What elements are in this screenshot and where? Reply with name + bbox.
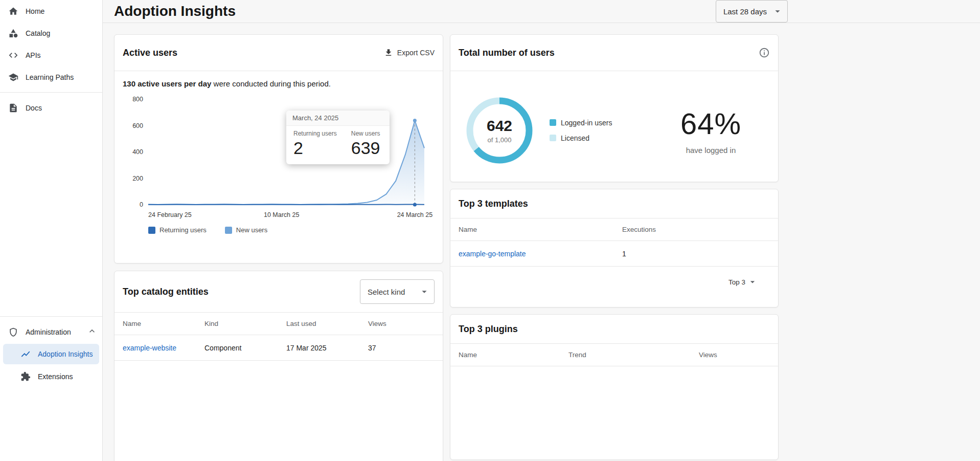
card-title: Top 3 plugins [459, 324, 518, 335]
active-users-card: Active users Export CSV 130 active users… [114, 34, 443, 264]
tooltip-new: New users 639 [351, 130, 380, 158]
tooltip-label: Returning users [293, 130, 337, 137]
code-icon [8, 50, 18, 60]
tooltip-body: Returning users 2 New users 639 [286, 126, 390, 164]
column-header: Executions [622, 226, 770, 233]
puzzle-icon [20, 371, 31, 382]
sidebar-item-apis[interactable]: APIs [0, 44, 102, 66]
top-plugins-card: Top 3 plugins Name Trend Views [450, 314, 779, 460]
table-row: example-go-template 1 [450, 241, 778, 267]
top-n-label: Top 3 [728, 278, 745, 286]
select-kind-value: Select kind [368, 288, 405, 296]
entity-link[interactable]: example-website [123, 344, 204, 352]
chart-tooltip: March, 24 2025 Returning users 2 New use… [286, 111, 390, 164]
sidebar-item-label: Extensions [38, 372, 73, 381]
sidebar-item-label: Home [26, 7, 44, 15]
top-catalog-header: Top catalog entities Select kind [115, 271, 443, 312]
sidebar-item-label: Catalog [26, 29, 50, 37]
export-csv-label: Export CSV [397, 49, 435, 57]
legend-swatch [225, 227, 232, 234]
legend-item-logged-in: Logged-in users [550, 119, 612, 127]
legend-item-returning: Returning users [148, 226, 207, 234]
chevron-down-icon [772, 6, 783, 17]
table-row: example-website Component 17 Mar 2025 37 [115, 335, 443, 361]
document-icon [8, 103, 18, 113]
legend-label: Licensed [561, 134, 589, 142]
sidebar-spacer [0, 119, 102, 312]
home-icon [8, 6, 18, 16]
entity-views: 37 [368, 344, 435, 352]
select-kind-dropdown[interactable]: Select kind [360, 279, 435, 304]
column-header: Kind [204, 320, 286, 327]
svg-text:0: 0 [140, 201, 143, 208]
donut-legend: Logged-in users Licensed [550, 119, 612, 142]
template-executions: 1 [622, 250, 770, 258]
column-header: Name [459, 226, 622, 233]
sidebar: Home Catalog APIs Learning Paths Docs Ad… [0, 0, 103, 461]
sidebar-item-docs[interactable]: Docs [0, 97, 102, 119]
chevron-down-icon [419, 286, 430, 297]
entity-last-used: 17 Mar 2025 [286, 344, 368, 352]
chart-line-icon [20, 349, 31, 359]
sidebar-item-administration[interactable]: Administration [0, 321, 102, 343]
legend-label: Logged-in users [561, 119, 612, 127]
top-plugins-header: Top 3 plugins [450, 315, 778, 343]
column-header: Name [123, 320, 204, 327]
column-header: Last used [286, 320, 368, 327]
school-icon [8, 72, 18, 82]
sidebar-item-catalog[interactable]: Catalog [0, 22, 102, 44]
legend-swatch [550, 119, 556, 126]
sidebar-item-home[interactable]: Home [0, 0, 102, 22]
legend-label: Returning users [159, 226, 207, 234]
sidebar-item-label: Administration [26, 328, 71, 336]
total-users-header: Total number of users [450, 35, 778, 71]
sidebar-item-label: APIs [26, 51, 41, 59]
top-n-selector[interactable]: Top 3 [450, 267, 778, 297]
svg-text:24 March 25: 24 March 25 [397, 211, 433, 218]
svg-text:600: 600 [132, 122, 143, 129]
donut-center: 642 of 1,000 [463, 94, 536, 167]
legend-swatch [148, 227, 155, 234]
right-column: Total number of users 642 of 1,000 [450, 34, 779, 461]
chart-legend: Returning users New users [123, 221, 435, 234]
column-header: Name [459, 351, 568, 359]
active-users-chart-area: 020040060080024 February 2510 March 2524… [115, 89, 443, 234]
svg-text:200: 200 [132, 175, 143, 182]
table-header: Name Executions [450, 218, 778, 241]
dashboard-grid: Active users Export CSV 130 active users… [103, 23, 980, 461]
date-range-select[interactable]: Last 28 days [716, 0, 788, 23]
summary-bold: 130 active users per day [123, 79, 211, 88]
legend-swatch [550, 135, 556, 141]
page-title: Adoption Insights [114, 3, 236, 19]
tooltip-value: 639 [351, 138, 380, 158]
sidebar-item-extensions[interactable]: Extensions [0, 365, 102, 387]
table-header: Name Trend Views [450, 344, 778, 366]
template-link[interactable]: example-go-template [459, 250, 622, 258]
logged-in-stat: 64% have logged in [680, 106, 741, 155]
sidebar-item-learning-paths[interactable]: Learning Paths [0, 66, 102, 88]
summary-rest: were conducted during this period. [211, 79, 330, 88]
svg-text:24 February 25: 24 February 25 [148, 211, 192, 218]
sidebar-divider [0, 316, 102, 317]
left-column: Active users Export CSV 130 active users… [114, 34, 443, 461]
card-title: Total number of users [459, 48, 555, 58]
legend-item-licensed: Licensed [550, 134, 612, 142]
top-templates-card: Top 3 templates Name Executions example-… [450, 189, 779, 308]
sidebar-item-label: Learning Paths [26, 73, 74, 81]
download-icon [384, 48, 393, 57]
table-header: Name Kind Last used Views [115, 313, 443, 335]
export-csv-button[interactable]: Export CSV [384, 48, 435, 57]
donut-subtitle: of 1,000 [488, 136, 512, 144]
tooltip-label: New users [351, 130, 380, 137]
tooltip-value: 2 [293, 138, 337, 158]
entity-kind: Component [204, 344, 286, 352]
card-title: Top catalog entities [123, 287, 209, 297]
sidebar-item-adoption-insights[interactable]: Adoption Insights [3, 344, 99, 364]
info-button[interactable] [759, 47, 770, 58]
svg-text:10 March 25: 10 March 25 [264, 211, 300, 218]
stat-caption: have logged in [680, 146, 741, 155]
sidebar-item-label: Docs [26, 104, 42, 112]
page-header: Adoption Insights Last 28 days [103, 0, 980, 23]
tooltip-date: March, 24 2025 [286, 111, 390, 126]
top-catalog-card: Top catalog entities Select kind Name Ki… [114, 271, 443, 461]
